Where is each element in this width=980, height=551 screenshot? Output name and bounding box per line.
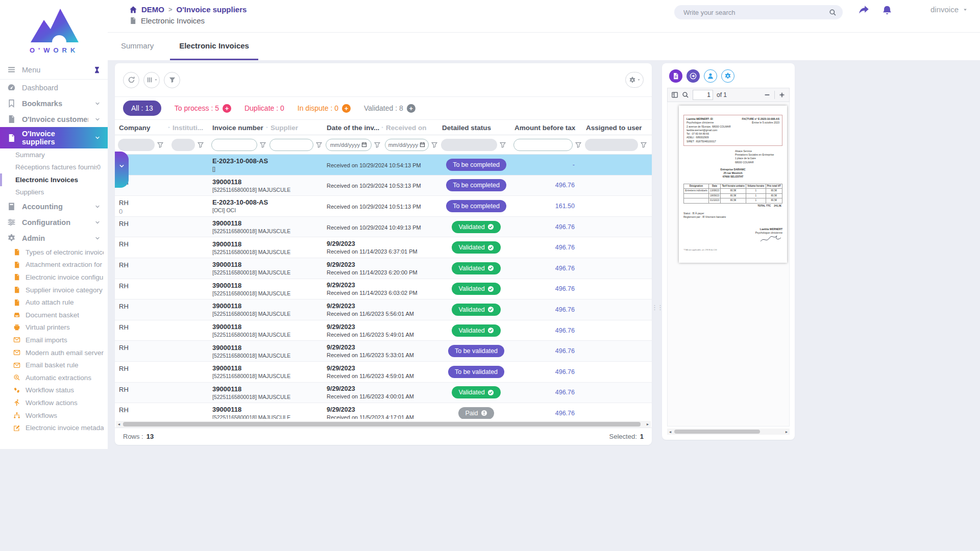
date-filter-input[interactable]: mm/dd/yyyy [385, 139, 429, 151]
sidebar-subitem-r-ceptions-factures-fournisseurs[interactable]: Réceptions factures fournisseurs0 [0, 161, 108, 174]
sidebar-subitem-summary[interactable]: Summary [0, 148, 108, 161]
user-menu[interactable]: dinvoice [930, 5, 968, 14]
resize-handle[interactable]: ⋮⋮ [651, 304, 663, 311]
sidebar-admin-item-electronic-invoice-metadata[interactable]: Electronic invoice metadata [0, 421, 108, 434]
filter-chip-in-dispute[interactable]: In dispute : 0+ [298, 104, 351, 113]
refresh-button[interactable] [123, 72, 139, 88]
amount-link[interactable]: 496.76 [555, 244, 575, 251]
filter-chip-to-process[interactable]: To process : 5+ [175, 104, 231, 113]
plus-circle-icon[interactable]: + [342, 104, 351, 113]
table-row[interactable]: RHE-2023-10-008-AS[OCI] OCIReceived on 1… [115, 196, 652, 217]
table-row[interactable]: RH39000118[52251165800018] MAJUSCULE9/29… [115, 320, 652, 341]
table-row[interactable]: RH39000118[52251165800018] MAJUSCULE9/29… [115, 341, 652, 362]
column-header-supplier[interactable]: Supplier [266, 120, 323, 135]
scroll-left-arrow[interactable]: ◄ [116, 421, 122, 427]
table-row[interactable]: RH39000118[52251165800018] MAJUSCULE9/29… [115, 362, 652, 383]
table-row[interactable]: RHE-2023-10-008-AS[]Received on 10/29/20… [115, 155, 652, 176]
text-filter-input[interactable] [513, 139, 573, 151]
pdf-file-button[interactable] [669, 69, 682, 83]
zoom-in-icon[interactable] [778, 91, 786, 98]
amount-link[interactable]: 496.76 [555, 327, 575, 334]
sidebar-admin-item-email-imports[interactable]: Email imports [0, 334, 108, 346]
hamburger-icon[interactable] [7, 65, 16, 74]
sidebar-admin-item-modern-auth-email-server[interactable]: Modern auth email server [0, 346, 108, 359]
tab-summary[interactable]: Summary [112, 33, 163, 60]
table-row[interactable]: RH39000118[52251165800018] MAJUSCULERece… [115, 217, 652, 238]
pdf-scroll-right-arrow[interactable]: ► [783, 430, 790, 434]
sidebar-item-o-invoice-customers[interactable]: O'Invoice customers [0, 111, 108, 127]
sidebar-admin-item-supplier-invoice-category[interactable]: Supplier invoice category [0, 284, 108, 296]
sidebar-subitem-electronic-invoices[interactable]: Electronic Invoices [0, 173, 108, 186]
amount-link[interactable]: 496.76 [555, 306, 575, 313]
column-header-assigned-to-user[interactable]: Assigned to user [582, 120, 652, 135]
text-filter-input[interactable] [211, 139, 257, 151]
table-row[interactable]: RH39000118[52251165800018] MAJUSCULE9/29… [115, 237, 652, 258]
column-header-received-on[interactable]: Received on [382, 120, 438, 135]
amount-link[interactable]: 496.76 [555, 285, 575, 292]
pdf-horizontal-scrollbar[interactable]: ◄ ► [667, 429, 790, 435]
amount-link[interactable]: 496.76 [555, 368, 575, 375]
sidebar-admin-item-automatic-extractions[interactable]: Automatic extractions [0, 371, 108, 384]
amount-link[interactable]: 161.50 [555, 203, 575, 210]
amount-link[interactable]: 496.76 [555, 347, 575, 355]
disabled-filter-input[interactable] [441, 139, 497, 151]
column-header-date-of-the-inv-[interactable]: Date of the inv... [323, 120, 382, 135]
filter-chip-duplicate[interactable]: Duplicate : 0 [244, 104, 284, 112]
disabled-filter-input[interactable] [118, 139, 155, 151]
preview-settings-button[interactable] [721, 69, 734, 83]
tab-electronic-invoices[interactable]: Electronic Invoices [170, 33, 258, 60]
sidebar-subitem-suppliers[interactable]: Suppliers [0, 186, 108, 199]
sidebar-admin-item-virtual-printers[interactable]: Virtual printers [0, 321, 108, 334]
global-search[interactable] [674, 5, 843, 19]
column-header-instituti-[interactable]: Instituti... [168, 120, 208, 135]
amount-link[interactable]: 496.76 [555, 182, 575, 189]
sidebar-admin-item-workflow-status[interactable]: Workflow status [0, 384, 108, 397]
breadcrumb-section[interactable]: O'Invoice suppliers [177, 5, 247, 14]
pdf-search-icon[interactable] [682, 91, 689, 98]
sidebar-admin-item-auto-attach-rule[interactable]: Auto attach rule [0, 296, 108, 309]
disabled-filter-input[interactable] [585, 139, 638, 151]
scroll-right-arrow[interactable]: ► [645, 421, 651, 427]
sidebar-item-admin[interactable]: Admin [0, 230, 108, 246]
sidebar-item-o-invoice-suppliers[interactable]: O'Invoice suppliers [0, 127, 108, 148]
sidebar-admin-item-attachment-extraction-for-electron[interactable]: Attachment extraction for electron [0, 259, 108, 271]
search-icon[interactable] [829, 9, 837, 16]
filter-chip-validated[interactable]: Validated : 8+ [364, 104, 415, 113]
sidebar-admin-item-workflow-actions[interactable]: Workflow actions [0, 396, 108, 409]
pdf-page-input[interactable] [693, 90, 713, 100]
sidebar-admin-item-document-basket[interactable]: Document basket [0, 309, 108, 321]
pdf-sidebar-toggle-icon[interactable] [671, 91, 678, 98]
column-header-detailed-status[interactable]: Detailed status [438, 120, 510, 135]
sidebar-admin-item-types-of-electronic-invoices[interactable]: Types of electronic invoices [0, 246, 108, 259]
column-header-invoice-number[interactable]: Invoice number [208, 120, 266, 135]
sidebar-item-dashboard[interactable]: Dashboard [0, 80, 108, 95]
column-header-amount-before-tax[interactable]: Amount before tax [510, 120, 582, 135]
search-input[interactable] [682, 8, 829, 17]
hourglass-icon[interactable] [93, 66, 101, 74]
pdf-scrollbar-thumb[interactable] [674, 430, 760, 434]
panel-toggle-tab[interactable] [115, 152, 129, 188]
column-header-company[interactable]: Company [115, 120, 168, 135]
zoom-out-icon[interactable] [764, 91, 771, 98]
amount-link[interactable]: 496.76 [555, 389, 575, 396]
table-settings-button[interactable] [625, 72, 644, 88]
amount-link[interactable]: 496.76 [555, 223, 575, 231]
app-logo[interactable]: O'WORK [0, 0, 108, 60]
sidebar-admin-item-email-basket-rule[interactable]: Email basket rule [0, 359, 108, 371]
open-invoice-button[interactable] [687, 69, 700, 83]
amount-link[interactable]: 496.76 [555, 265, 575, 272]
sidebar-admin-item-electronic-invoice-configuration[interactable]: Electronic invoice configuration [0, 271, 108, 284]
table-horizontal-scrollbar[interactable]: ◄ ► [116, 421, 651, 428]
plus-circle-icon[interactable]: + [407, 104, 415, 113]
plus-circle-icon[interactable]: + [223, 104, 231, 113]
amount-link[interactable]: - [573, 161, 575, 168]
table-row[interactable]: RH39000118[52251165800018] MAJUSCULE9/29… [115, 279, 652, 300]
sidebar-admin-item-workflows[interactable]: Workflows [0, 409, 108, 422]
filter-button[interactable] [164, 72, 180, 88]
sidebar-item-configuration[interactable]: Configuration [0, 214, 108, 230]
table-row[interactable]: RH39000118[52251165800018] MAJUSCULE9/29… [115, 299, 652, 320]
table-row[interactable]: RH39000118[52251165800018] MAJUSCULE9/29… [115, 383, 652, 404]
share-icon[interactable] [858, 5, 869, 16]
table-row[interactable]: RH39000118[52251165800018] MAJUSCULE9/29… [115, 258, 652, 279]
bell-icon[interactable] [881, 5, 893, 16]
